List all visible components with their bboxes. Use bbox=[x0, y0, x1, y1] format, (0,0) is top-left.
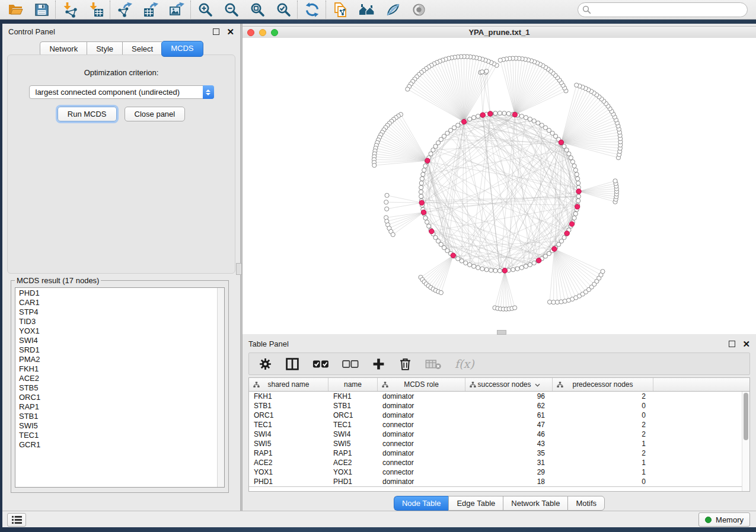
table-scrollbar-thumb[interactable] bbox=[744, 393, 748, 440]
table-row[interactable]: STB1 STB1 dominator 62 0 bbox=[249, 401, 749, 411]
cell-name[interactable]: STB1 bbox=[328, 402, 378, 410]
cell-name[interactable]: TEC1 bbox=[328, 421, 378, 429]
cell-successor-nodes[interactable]: 47 bbox=[465, 421, 553, 429]
cell-predecessor-nodes[interactable]: 2 bbox=[553, 430, 653, 438]
export-image-button[interactable] bbox=[167, 0, 186, 19]
cell-name[interactable]: ACE2 bbox=[328, 459, 378, 467]
table-row[interactable]: FKH1 FKH1 dominator 96 2 bbox=[249, 392, 749, 401]
table-panel-tab[interactable]: Motifs bbox=[567, 496, 605, 511]
mcds-result-item[interactable]: SWI4 bbox=[19, 336, 224, 345]
mcds-result-item[interactable]: FKH1 bbox=[19, 364, 224, 374]
column-header-predecessor-nodes[interactable]: predecessor nodes bbox=[553, 378, 653, 391]
mcds-list-scrollbar[interactable] bbox=[217, 288, 224, 487]
create-column-button[interactable] bbox=[372, 356, 385, 371]
cell-shared-name[interactable]: TEC1 bbox=[249, 421, 328, 429]
cell-mcds-role[interactable]: dominator bbox=[378, 477, 465, 486]
table-row[interactable]: PHD1 PHD1 dominator 18 0 bbox=[249, 477, 749, 486]
cell-name[interactable]: RAP1 bbox=[328, 449, 378, 457]
new-network-from-selection-button[interactable] bbox=[331, 0, 350, 19]
import-network-button[interactable] bbox=[60, 0, 79, 19]
mcds-result-item[interactable]: CAR1 bbox=[19, 298, 224, 307]
table-panel-tab[interactable]: Node Table bbox=[394, 496, 449, 511]
cell-shared-name[interactable]: SWI5 bbox=[249, 440, 328, 448]
cell-shared-name[interactable]: PHD1 bbox=[249, 477, 328, 486]
mcds-result-item[interactable]: PMA2 bbox=[19, 355, 224, 364]
cell-mcds-role[interactable]: dominator bbox=[378, 411, 465, 419]
status-menu-button[interactable] bbox=[7, 513, 26, 527]
vertical-splitter-handle[interactable] bbox=[236, 263, 242, 275]
cell-name[interactable]: SWI5 bbox=[328, 440, 378, 448]
cell-shared-name[interactable]: YOX1 bbox=[249, 468, 328, 476]
table-options-button[interactable] bbox=[259, 356, 272, 371]
cell-successor-nodes[interactable]: 62 bbox=[465, 402, 553, 410]
cell-mcds-role[interactable]: connector bbox=[378, 440, 465, 448]
export-table-button[interactable] bbox=[141, 0, 160, 19]
mcds-result-item[interactable]: TID3 bbox=[19, 317, 224, 326]
cell-shared-name[interactable]: ACE2 bbox=[249, 459, 328, 467]
control-panel-tab[interactable]: MCDS bbox=[161, 41, 203, 57]
mcds-result-item[interactable]: STB5 bbox=[19, 383, 224, 393]
cell-predecessor-nodes[interactable]: 0 bbox=[553, 477, 653, 486]
network-canvas[interactable] bbox=[243, 38, 756, 334]
table-panel-tab[interactable]: Edge Table bbox=[448, 496, 503, 511]
table-row[interactable]: SWI5 SWI5 connector 43 1 bbox=[249, 439, 749, 448]
network-graph[interactable] bbox=[243, 38, 756, 334]
cell-name[interactable]: FKH1 bbox=[328, 392, 378, 400]
mcds-result-item[interactable]: TEC1 bbox=[19, 431, 224, 440]
hide-graphics-details-button[interactable] bbox=[383, 0, 402, 19]
close-panel-button[interactable]: Close panel bbox=[125, 107, 186, 121]
column-header-name[interactable]: name bbox=[328, 378, 378, 391]
table-row[interactable]: ORC1 ORC1 dominator 61 0 bbox=[249, 411, 749, 420]
close-panel-icon[interactable]: ✕ bbox=[227, 29, 234, 34]
function-builder-button[interactable]: f(x) bbox=[455, 356, 474, 371]
mcds-result-item[interactable]: ORC1 bbox=[19, 393, 224, 402]
table-row[interactable]: ACE2 ACE2 connector 31 1 bbox=[249, 458, 749, 467]
table-row[interactable]: RAP1 RAP1 dominator 35 2 bbox=[249, 448, 749, 458]
search-input[interactable] bbox=[578, 2, 748, 17]
table-row[interactable]: SWI4 SWI4 dominator 46 2 bbox=[249, 430, 749, 439]
cell-shared-name[interactable]: STB1 bbox=[249, 402, 328, 410]
cell-predecessor-nodes[interactable]: 1 bbox=[553, 459, 653, 467]
run-mcds-button[interactable]: Run MCDS bbox=[58, 107, 117, 121]
mcds-result-item[interactable]: SRD1 bbox=[19, 345, 224, 355]
mcds-result-item[interactable]: PHD1 bbox=[19, 289, 224, 298]
cell-successor-nodes[interactable]: 43 bbox=[465, 440, 553, 448]
horizontal-splitter-handle[interactable] bbox=[497, 330, 506, 335]
apply-preferred-layout-button[interactable] bbox=[302, 0, 321, 19]
select-all-columns-button[interactable] bbox=[312, 356, 329, 371]
cell-mcds-role[interactable]: connector bbox=[378, 459, 465, 467]
cell-successor-nodes[interactable]: 31 bbox=[465, 459, 553, 467]
mcds-result-item[interactable]: GCR1 bbox=[19, 440, 224, 450]
cell-successor-nodes[interactable]: 18 bbox=[465, 477, 553, 486]
column-header-shared-name[interactable]: shared name bbox=[249, 378, 328, 391]
column-header-mcds-role[interactable]: MCDS role bbox=[378, 378, 465, 391]
cell-mcds-role[interactable]: dominator bbox=[378, 402, 465, 410]
open-session-button[interactable] bbox=[6, 0, 25, 19]
column-header-successor-nodes[interactable]: successor nodes bbox=[465, 378, 553, 391]
cell-mcds-role[interactable]: dominator bbox=[378, 430, 465, 438]
cell-predecessor-nodes[interactable]: 1 bbox=[553, 468, 653, 476]
cell-mcds-role[interactable]: connector bbox=[378, 468, 465, 476]
zoom-fit-button[interactable] bbox=[248, 0, 267, 19]
cell-shared-name[interactable]: FKH1 bbox=[249, 392, 328, 400]
optimization-criterion-select[interactable]: largest connected component (undirected) bbox=[29, 85, 214, 99]
zoom-out-button[interactable] bbox=[222, 0, 241, 19]
cell-name[interactable]: ORC1 bbox=[328, 411, 378, 419]
show-graphics-details-button[interactable] bbox=[409, 0, 428, 19]
mcds-result-list[interactable]: PHD1CAR1STP4TID3YOX1SWI4SRD1PMA2FKH1ACE2… bbox=[15, 287, 225, 488]
mcds-result-item[interactable]: STP4 bbox=[19, 307, 224, 317]
delete-columns-button[interactable] bbox=[398, 356, 412, 371]
cell-predecessor-nodes[interactable]: 2 bbox=[553, 392, 653, 400]
mcds-result-item[interactable]: STB1 bbox=[19, 412, 224, 421]
cell-mcds-role[interactable]: dominator bbox=[378, 392, 465, 400]
zoom-in-button[interactable] bbox=[196, 0, 215, 19]
mcds-result-item[interactable]: SWI5 bbox=[19, 421, 224, 431]
close-table-panel-icon[interactable]: ✕ bbox=[742, 341, 750, 347]
float-table-panel-icon[interactable] bbox=[729, 341, 735, 347]
mcds-result-item[interactable]: YOX1 bbox=[19, 326, 224, 336]
cell-successor-nodes[interactable]: 29 bbox=[465, 468, 553, 476]
cell-shared-name[interactable]: ORC1 bbox=[249, 411, 328, 419]
show-columns-button[interactable] bbox=[285, 356, 299, 371]
memory-button[interactable]: Memory bbox=[698, 512, 750, 527]
cell-successor-nodes[interactable]: 35 bbox=[465, 449, 553, 457]
